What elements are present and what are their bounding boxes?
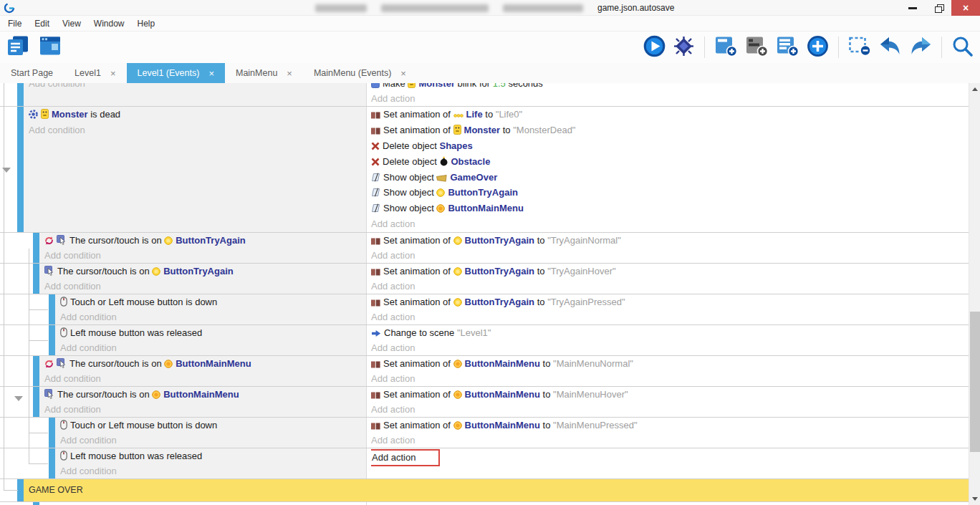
add-condition-placeholder[interactable]: Add condition bbox=[60, 435, 117, 446]
condition-line[interactable]: Left mouse button was released bbox=[0, 448, 366, 463]
event-row[interactable]: The cursor/touch is on ButtonMainMenuAdd… bbox=[0, 356, 969, 387]
tab-close-icon[interactable]: × bbox=[208, 68, 214, 79]
tab-start-page[interactable]: Start Page bbox=[0, 63, 64, 83]
condition-line[interactable]: The cursor/touch is on ButtonMainMenu bbox=[0, 356, 366, 371]
event-row[interactable]: Monster is deadAdd conditionSet animatio… bbox=[0, 107, 969, 233]
actions-cell[interactable]: Make Monster blink for 1.5 secondsAdd ac… bbox=[367, 83, 969, 106]
add-condition-placeholder[interactable]: Add condition bbox=[44, 281, 101, 292]
actions-cell[interactable]: Add action bbox=[367, 448, 969, 478]
event-row[interactable]: The cursor/touch is on ButtonMainMenuAdd… bbox=[0, 387, 969, 418]
close-button[interactable]: × bbox=[951, 0, 980, 16]
condition-line[interactable]: Touch or Left mouse button is down bbox=[0, 418, 366, 433]
condition-line[interactable]: The cursor/touch is on ButtonTryAgain bbox=[0, 233, 366, 248]
menu-view[interactable]: View bbox=[56, 17, 87, 30]
action-line[interactable]: Add action bbox=[371, 216, 969, 232]
add-other-event-button[interactable] bbox=[806, 34, 830, 61]
menu-window[interactable]: Window bbox=[87, 17, 131, 30]
actions-cell[interactable]: Set animation of Life to "Life0"Set anim… bbox=[367, 107, 969, 232]
actions-cell[interactable]: Set animation of ButtonTryAgain to "TryA… bbox=[367, 233, 969, 263]
action-line[interactable]: Make Monster blink for 1.5 seconds bbox=[371, 83, 969, 91]
event-row[interactable]: The cursor/touch is on ButtonTryAgainAdd… bbox=[0, 264, 969, 294]
add-action-placeholder[interactable]: Add action bbox=[371, 435, 415, 446]
add-condition-placeholder[interactable]: Add condition bbox=[60, 312, 117, 322]
conditions-cell[interactable]: Left mouse button was releasedAdd condit… bbox=[0, 325, 367, 355]
action-line[interactable]: Add action bbox=[371, 402, 969, 417]
comment-event[interactable]: GAME OVER bbox=[0, 479, 969, 502]
tab-level1[interactable]: Level1× bbox=[64, 63, 126, 83]
event-row[interactable]: Touch or Left mouse button is downAdd co… bbox=[0, 418, 969, 448]
add-condition-placeholder[interactable]: Add condition bbox=[29, 83, 85, 89]
tab-close-icon[interactable]: × bbox=[400, 68, 406, 79]
add-action-placeholder[interactable]: Add action bbox=[371, 250, 415, 261]
condition-line[interactable]: Add condition bbox=[0, 279, 366, 294]
action-line[interactable]: Delete object Shapes bbox=[371, 138, 969, 154]
actions-cell[interactable]: Set animation of ButtonTryAgain to "TryA… bbox=[367, 294, 969, 324]
tab-close-icon[interactable]: × bbox=[287, 68, 292, 79]
action-line[interactable]: Add action bbox=[371, 433, 969, 448]
add-event-button[interactable] bbox=[714, 34, 739, 61]
actions-cell[interactable]: Change to scene "Level1"Add action bbox=[367, 325, 969, 355]
event-row[interactable]: Left mouse button was releasedAdd condit… bbox=[0, 325, 969, 356]
add-action-placeholder[interactable]: Add action bbox=[371, 281, 415, 292]
action-line[interactable]: Add action bbox=[371, 91, 969, 106]
add-action-placeholder-highlighted[interactable]: Add action bbox=[371, 449, 440, 466]
actions-cell[interactable]: Set animation of ButtonMainMenu to "Main… bbox=[367, 387, 969, 417]
condition-line[interactable]: Add condition bbox=[0, 340, 366, 355]
action-line[interactable]: Set animation of ButtonTryAgain to "TryA… bbox=[371, 264, 969, 279]
action-line[interactable]: Set animation of Life to "Life0" bbox=[371, 107, 969, 122]
add-condition-placeholder[interactable]: Add condition bbox=[29, 125, 85, 135]
add-subevent-button[interactable] bbox=[775, 34, 800, 61]
menu-file[interactable]: File bbox=[1, 17, 28, 30]
condition-line[interactable]: Touch or Left mouse button is down bbox=[0, 294, 366, 309]
action-line[interactable]: Set animation of ButtonMainMenu to "Main… bbox=[371, 356, 969, 371]
redo-button[interactable] bbox=[908, 35, 933, 59]
event-row[interactable]: The cursor/touch is on ButtonTryAgainAdd… bbox=[0, 233, 969, 264]
add-action-placeholder[interactable]: Add action bbox=[371, 373, 415, 384]
add-condition-placeholder[interactable]: Add condition bbox=[60, 466, 117, 476]
tab-level1-events[interactable]: Level1 (Events)× bbox=[127, 63, 225, 83]
action-line[interactable]: Set animation of ButtonMainMenu to "Main… bbox=[371, 387, 969, 402]
condition-line[interactable]: Add condition bbox=[0, 402, 366, 417]
undo-button[interactable] bbox=[878, 35, 903, 59]
action-line[interactable]: Show object ButtonTryAgain bbox=[371, 185, 969, 201]
event-row[interactable]: Touch or Left mouse button is downAdd co… bbox=[0, 294, 969, 325]
action-line[interactable]: Add action bbox=[371, 448, 969, 466]
condition-line[interactable]: Add condition bbox=[0, 122, 366, 138]
scroll-down-icon[interactable] bbox=[972, 497, 978, 501]
conditions-cell[interactable]: The cursor/touch is on ButtonMainMenuAdd… bbox=[0, 356, 367, 386]
action-line[interactable]: Set animation of Monster to "MonsterDead… bbox=[371, 122, 969, 138]
menu-edit[interactable]: Edit bbox=[28, 17, 56, 30]
conditions-cell[interactable]: Left mouse button was releasedAdd condit… bbox=[0, 448, 367, 478]
event-row[interactable]: Left mouse button was releasedAdd condit… bbox=[0, 448, 969, 479]
menu-help[interactable]: Help bbox=[131, 17, 162, 30]
actions-cell[interactable]: Set animation of ButtonTryAgain to "TryA… bbox=[367, 264, 969, 294]
add-condition-placeholder[interactable]: Add condition bbox=[44, 250, 101, 261]
vertical-scrollbar[interactable] bbox=[969, 83, 980, 505]
conditions-cell[interactable]: Touch or Left mouse button is downAdd co… bbox=[0, 418, 367, 448]
action-line[interactable]: Show object ButtonMainMenu bbox=[371, 201, 969, 216]
preview-play-button[interactable] bbox=[643, 34, 666, 61]
condition-line[interactable]: Add condition bbox=[0, 248, 366, 263]
conditions-cell[interactable]: The cursor/touch is on ButtonMainMenuAdd… bbox=[0, 387, 367, 417]
add-action-placeholder[interactable]: Add action bbox=[371, 218, 415, 229]
conditions-cell[interactable]: Touch or Left mouse button is downAdd co… bbox=[0, 294, 367, 324]
condition-line[interactable]: Left mouse button was released bbox=[0, 325, 366, 340]
condition-line[interactable]: Add condition bbox=[0, 309, 366, 324]
condition-line[interactable]: Add condition bbox=[0, 463, 366, 478]
debug-button[interactable] bbox=[672, 34, 696, 61]
scrollbar-thumb[interactable] bbox=[970, 312, 980, 452]
add-comment-button[interactable] bbox=[744, 34, 769, 61]
add-action-placeholder[interactable]: Add action bbox=[371, 312, 415, 322]
conditions-cell[interactable]: Add condition bbox=[0, 83, 367, 106]
action-line[interactable]: Add action bbox=[371, 309, 969, 324]
add-condition-placeholder[interactable]: Add condition bbox=[44, 404, 101, 415]
action-line[interactable]: Add action bbox=[371, 371, 969, 386]
action-line[interactable]: Set animation of ButtonTryAgain to "TryA… bbox=[371, 233, 969, 248]
add-action-placeholder[interactable]: Add action bbox=[371, 342, 415, 353]
action-line[interactable]: Change to scene "Level1" bbox=[371, 325, 969, 340]
condition-line[interactable]: Add condition bbox=[0, 83, 366, 91]
tab-mainmenu-events[interactable]: MainMenu (Events)× bbox=[303, 63, 417, 83]
add-action-placeholder[interactable]: Add action bbox=[371, 404, 415, 415]
restore-button[interactable] bbox=[926, 0, 951, 16]
condition-line[interactable]: Monster is dead bbox=[0, 107, 366, 122]
